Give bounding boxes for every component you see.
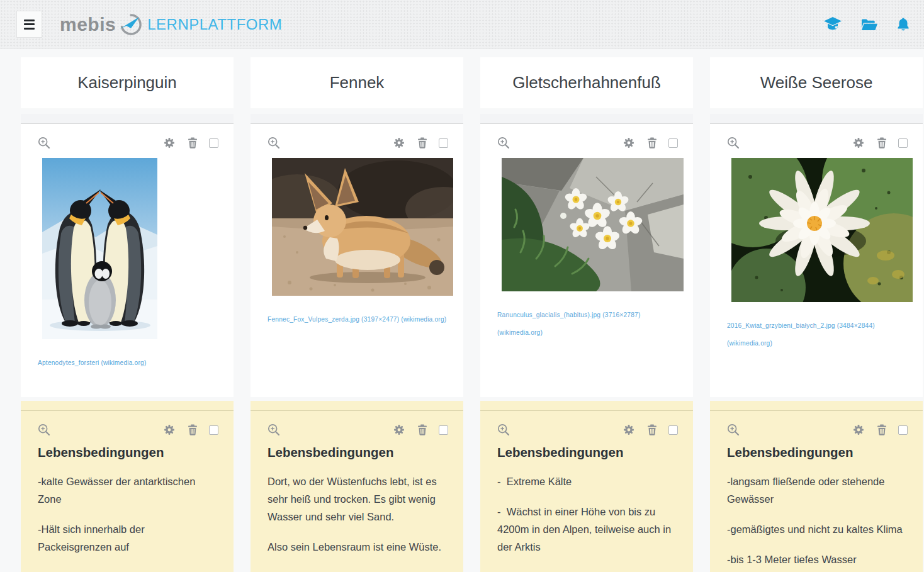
column-fennek: Fennek	[251, 57, 463, 572]
card-header-strip	[480, 401, 693, 411]
select-checkbox[interactable]	[668, 138, 678, 148]
note-paragraph: -gemäßigtes und nicht zu kaltes Klima	[727, 520, 906, 538]
settings-gear-icon[interactable]	[393, 424, 405, 435]
zoom-in-icon[interactable]	[497, 423, 510, 436]
note-paragraph: Dort, wo der Wüstenfuchs lebt, ist es se…	[268, 473, 446, 525]
card-header-strip	[21, 401, 234, 411]
image-post-card: 2016_Kwiat_grzybieni_białych_2.jpg (3484…	[710, 114, 923, 397]
image-caption-link[interactable]: Fennec_Fox_Vulpes_zerda.jpg (3197×2477) …	[251, 311, 463, 328]
glacier-buttercup-photo	[502, 158, 684, 291]
card-toolbar	[21, 124, 234, 149]
select-checkbox[interactable]	[439, 425, 448, 435]
mebis-swoosh-icon	[118, 12, 144, 37]
card-header-strip	[480, 114, 693, 124]
trash-icon[interactable]	[876, 424, 887, 435]
card-toolbar	[480, 124, 693, 149]
image-caption-link[interactable]: 2016_Kwiat_grzybieni_białych_2.jpg (3484…	[710, 317, 923, 352]
select-checkbox[interactable]	[209, 425, 218, 435]
note-paragraph: Also sein Lebensraum ist eine Wüste.	[268, 538, 446, 556]
image-caption-link[interactable]: Aptenodytes_forsteri (wikimedia.org)	[21, 354, 234, 372]
brand-product-text: LERNPLATTFORM	[147, 16, 282, 33]
note-paragraph: -Hält sich innerhalb der Packeisgrenzen …	[38, 520, 217, 556]
folder-open-icon[interactable]	[861, 18, 877, 31]
settings-gear-icon[interactable]	[623, 424, 634, 435]
zoom-in-icon[interactable]	[38, 423, 50, 436]
top-navigation-bar: mebis LERNPLATTFORM	[0, 0, 924, 49]
card-header-strip	[710, 401, 923, 411]
brand-mebis-text: mebis	[60, 14, 116, 35]
column-gletscherhahnenfuss: Gletscherhahnenfuß	[480, 57, 693, 572]
select-checkbox[interactable]	[668, 425, 678, 435]
trash-icon[interactable]	[187, 424, 198, 435]
fennec-fox-photo	[272, 158, 453, 296]
column-title: Fennek	[330, 73, 385, 93]
card-header-strip	[710, 114, 923, 124]
note-heading: Lebensbedingungen	[38, 445, 217, 460]
zoom-in-icon[interactable]	[727, 137, 740, 149]
zoom-in-icon[interactable]	[268, 137, 280, 149]
note-heading: Lebensbedingungen	[268, 445, 446, 460]
note-post-card: Lebensbedingungen - Extreme Kälte - Wäch…	[480, 401, 693, 572]
card-toolbar	[251, 411, 463, 436]
column-title: Kaiserpinguin	[77, 73, 177, 93]
image-post-card: Aptenodytes_forsteri (wikimedia.org)	[21, 114, 234, 397]
trash-icon[interactable]	[417, 424, 428, 435]
zoom-in-icon[interactable]	[268, 423, 280, 436]
bell-icon[interactable]	[896, 17, 910, 32]
note-paragraph: - Eine der am höchsten steigenden Pflanz…	[497, 568, 676, 572]
trash-icon[interactable]	[646, 424, 658, 435]
column-title-card: Kaiserpinguin	[21, 57, 234, 108]
image-post-card: Fennec_Fox_Vulpes_zerda.jpg (3197×2477) …	[251, 114, 463, 397]
trash-icon[interactable]	[876, 137, 887, 149]
note-post-card: Lebensbedingungen -kalte Gewässer der an…	[21, 401, 234, 572]
note-post-card: Lebensbedingungen Dort, wo der Wüstenfuc…	[251, 401, 463, 572]
zoom-in-icon[interactable]	[38, 137, 50, 149]
trash-icon[interactable]	[187, 137, 198, 149]
board-columns: Kaiserpinguin	[0, 49, 924, 572]
select-checkbox[interactable]	[209, 138, 218, 148]
settings-gear-icon[interactable]	[393, 137, 405, 149]
note-paragraph: -kalte Gewässer der antarktischen Zone	[38, 473, 217, 508]
zoom-in-icon[interactable]	[497, 137, 510, 149]
note-paragraph: - Wächst in einer Höhe von bis zu 4200m …	[497, 503, 676, 556]
card-toolbar	[710, 411, 923, 436]
column-title-card: Fennek	[251, 57, 463, 108]
graduation-cap-share-icon[interactable]	[823, 16, 842, 33]
column-title-card: Gletscherhahnenfuß	[480, 57, 693, 108]
column-title: Weiße Seerose	[760, 73, 873, 93]
card-toolbar	[710, 124, 923, 149]
note-post-card: Lebensbedingungen -langsam fließende ode…	[710, 401, 923, 572]
column-title: Gletscherhahnenfuß	[512, 73, 661, 93]
column-title-card: Weiße Seerose	[710, 57, 923, 108]
note-heading: Lebensbedingungen	[727, 445, 906, 460]
settings-gear-icon[interactable]	[623, 137, 634, 149]
trash-icon[interactable]	[417, 137, 428, 149]
card-header-strip	[251, 401, 463, 411]
note-paragraph: - Extreme Kälte	[497, 473, 676, 490]
image-caption-link[interactable]: Ranunculus_glacialis_(habitus).jpg (3716…	[480, 306, 693, 342]
settings-gear-icon[interactable]	[853, 137, 864, 149]
card-toolbar	[21, 411, 234, 436]
image-post-card: Ranunculus_glacialis_(habitus).jpg (3716…	[480, 114, 693, 397]
select-checkbox[interactable]	[439, 138, 448, 148]
card-toolbar	[480, 411, 693, 436]
select-checkbox[interactable]	[898, 425, 908, 435]
card-header-strip	[21, 114, 234, 124]
settings-gear-icon[interactable]	[164, 137, 175, 149]
select-checkbox[interactable]	[898, 138, 908, 148]
card-toolbar	[251, 124, 463, 149]
settings-gear-icon[interactable]	[853, 424, 864, 435]
emperor-penguin-photo	[42, 158, 157, 339]
trash-icon[interactable]	[646, 137, 658, 149]
zoom-in-icon[interactable]	[727, 423, 740, 436]
card-header-strip	[251, 114, 463, 124]
note-paragraph: -langsam fließende oder stehende Gewässe…	[727, 473, 906, 508]
note-paragraph: -bis 1-3 Meter tiefes Wasser	[727, 551, 906, 568]
column-weisse-seerose: Weiße Seerose	[710, 57, 923, 572]
hamburger-menu-button[interactable]	[16, 11, 42, 38]
column-kaiserpinguin: Kaiserpinguin	[21, 57, 234, 572]
note-heading: Lebensbedingungen	[497, 445, 676, 460]
water-lily-photo	[731, 158, 913, 302]
mebis-logo[interactable]: mebis LERNPLATTFORM	[60, 12, 282, 37]
settings-gear-icon[interactable]	[164, 424, 175, 435]
